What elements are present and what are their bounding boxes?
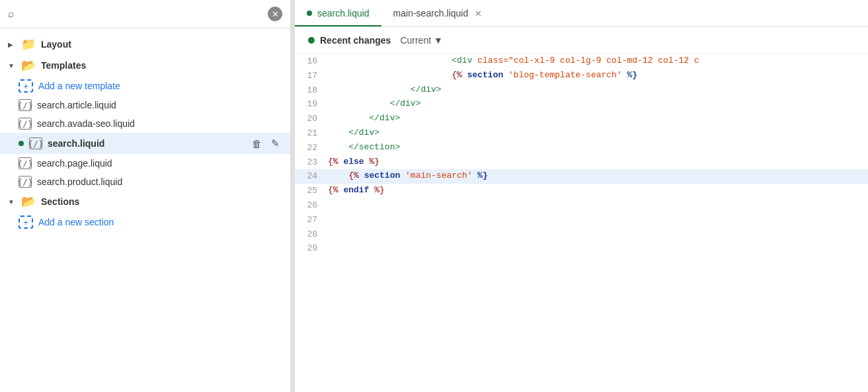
tab-main-search-liquid[interactable]: main-search.liquid ✕	[381, 0, 494, 26]
file-actions: 🗑 ✎	[249, 136, 282, 151]
templates-label: Templates	[41, 60, 282, 71]
line-number: 17	[295, 69, 328, 83]
add-template-item[interactable]: + Add a new template	[0, 76, 290, 96]
line-number: 23	[295, 155, 328, 170]
line-number: 22	[295, 141, 328, 155]
code-line: 23 {% else %}	[295, 155, 868, 170]
close-tab-button[interactable]: ✕	[475, 9, 482, 19]
line-content	[328, 213, 868, 227]
add-template-label: Add a new template	[38, 81, 282, 91]
code-line: 22 </section>	[295, 141, 868, 155]
code-line: 21 </div>	[295, 126, 868, 141]
current-label: Current	[400, 35, 431, 46]
rename-file-button[interactable]: ✎	[268, 136, 282, 151]
search-bar: ⌕ search ✕	[0, 0, 290, 28]
chevron-right-icon: ▶	[8, 41, 16, 48]
add-section-label: Add a new section	[38, 217, 282, 227]
line-content: <div class="col-xl-9 col-lg-9 col-md-12 …	[328, 54, 868, 68]
file-label: search.page.liquid	[37, 158, 282, 169]
code-line: 19 </div>	[295, 97, 868, 112]
add-section-item[interactable]: + Add a new section	[0, 212, 290, 232]
line-content	[328, 241, 868, 255]
line-content: {% section 'main-search' %}	[328, 169, 868, 183]
sidebar-item-layout[interactable]: ▶ 📁 Layout	[0, 34, 290, 55]
file-label: search.liquid	[48, 138, 244, 149]
line-content: {% endif %}	[328, 184, 868, 198]
line-content: </div>	[328, 97, 868, 111]
line-number: 28	[295, 227, 328, 242]
line-content: {% section 'blog-template-search' %}	[328, 69, 868, 83]
active-dot	[19, 141, 24, 146]
code-line: 26	[295, 198, 868, 213]
sidebar: ⌕ search ✕ ▶ 📁 Layout ▼ 📂 Templates + Ad…	[0, 0, 291, 392]
file-search-article[interactable]: {/} search.article.liquid	[0, 96, 290, 114]
sidebar-item-sections[interactable]: ▼ 📂 Sections	[0, 191, 290, 212]
chevron-down-icon: ▼	[8, 198, 16, 206]
dropdown-arrow-icon: ▼	[434, 35, 443, 46]
file-icon: {/}	[19, 118, 32, 130]
code-line-highlighted: 24 {% section 'main-search' %}	[295, 169, 868, 184]
add-section-icon: +	[19, 216, 33, 229]
line-number: 24	[295, 169, 328, 184]
file-icon: {/}	[19, 176, 32, 188]
folder-icon: 📂	[21, 194, 36, 209]
file-label: search.avada-seo.liquid	[37, 118, 282, 129]
recent-changes-label: Recent changes	[320, 35, 391, 46]
recent-dot	[308, 37, 315, 44]
folder-icon: 📂	[21, 58, 36, 73]
file-search-liquid[interactable]: {/} search.liquid 🗑 ✎	[0, 133, 290, 154]
line-content	[328, 198, 868, 212]
code-line: 20 </div>	[295, 112, 868, 126]
tabs-bar: search.liquid main-search.liquid ✕	[295, 0, 868, 27]
line-content	[328, 227, 868, 241]
layout-label: Layout	[41, 39, 282, 50]
line-content: </section>	[328, 141, 868, 155]
line-content: </div>	[328, 112, 868, 126]
line-content: </div>	[328, 83, 868, 97]
file-icon: {/}	[19, 99, 32, 111]
code-line: 18 </div>	[295, 83, 868, 98]
file-search-page[interactable]: {/} search.page.liquid	[0, 154, 290, 173]
code-editor[interactable]: 16 <div class="col-xl-9 col-lg-9 col-md-…	[295, 54, 868, 392]
line-content: </div>	[328, 126, 868, 140]
file-icon: {/}	[19, 157, 32, 169]
code-line: 28	[295, 227, 868, 242]
clear-search-button[interactable]: ✕	[268, 7, 282, 21]
code-line: 25 {% endif %}	[295, 184, 868, 198]
code-line: 16 <div class="col-xl-9 col-lg-9 col-md-…	[295, 54, 868, 69]
editor-area: search.liquid main-search.liquid ✕ Recen…	[295, 0, 868, 392]
search-icon: ⌕	[8, 8, 15, 20]
file-search-avada[interactable]: {/} search.avada-seo.liquid	[0, 114, 290, 133]
folder-icon: 📁	[21, 37, 36, 52]
line-number: 25	[295, 184, 328, 198]
file-label: search.product.liquid	[37, 176, 282, 187]
search-input[interactable]: search	[20, 9, 262, 20]
code-line: 17 {% section 'blog-template-search' %}	[295, 69, 868, 83]
line-number: 29	[295, 241, 328, 256]
line-number: 18	[295, 83, 328, 98]
file-icon: {/}	[29, 137, 42, 149]
file-search-product[interactable]: {/} search.product.liquid	[0, 173, 290, 191]
current-dropdown-button[interactable]: Current ▼	[396, 34, 447, 47]
line-number: 27	[295, 213, 328, 227]
line-number: 16	[295, 54, 328, 69]
tab-label: search.liquid	[317, 8, 370, 19]
code-line: 29	[295, 241, 868, 256]
line-content: {% else %}	[328, 155, 868, 169]
code-line: 27	[295, 213, 868, 227]
sidebar-item-templates[interactable]: ▼ 📂 Templates	[0, 55, 290, 76]
tab-search-liquid[interactable]: search.liquid	[295, 0, 381, 26]
tab-label: main-search.liquid	[393, 8, 469, 19]
line-number: 21	[295, 126, 328, 141]
sidebar-tree: ▶ 📁 Layout ▼ 📂 Templates + Add a new tem…	[0, 28, 290, 392]
file-label: search.article.liquid	[37, 100, 282, 110]
chevron-down-icon: ▼	[8, 62, 16, 69]
add-template-icon: +	[19, 79, 33, 93]
tab-dot	[307, 11, 312, 16]
line-number: 20	[295, 112, 328, 126]
line-number: 26	[295, 198, 328, 213]
line-number: 19	[295, 97, 328, 112]
sections-label: Sections	[41, 196, 282, 207]
editor-header: Recent changes Current ▼	[295, 27, 868, 54]
delete-file-button[interactable]: 🗑	[249, 136, 264, 151]
